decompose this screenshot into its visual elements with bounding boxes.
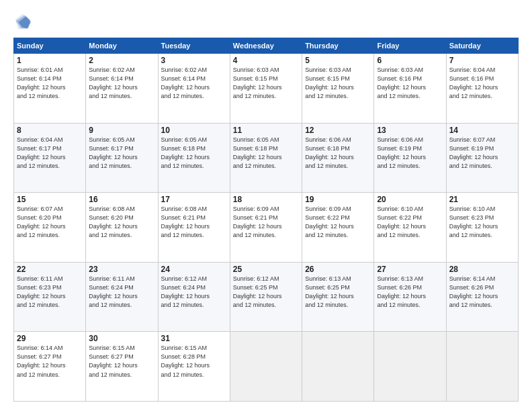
day-number: 13 (377, 126, 443, 135)
calendar-cell: 28Sunrise: 6:14 AM Sunset: 6:26 PM Dayli… (446, 262, 518, 332)
calendar-cell: 23Sunrise: 6:11 AM Sunset: 6:24 PM Dayli… (86, 262, 158, 332)
calendar-cell: 21Sunrise: 6:10 AM Sunset: 6:23 PM Dayli… (446, 193, 518, 263)
calendar-cell: 10Sunrise: 6:05 AM Sunset: 6:18 PM Dayli… (158, 123, 230, 193)
day-number: 11 (233, 126, 299, 135)
header (13, 12, 519, 31)
calendar-week-row: 29Sunrise: 6:14 AM Sunset: 6:27 PM Dayli… (14, 332, 519, 402)
day-info: Sunrise: 6:08 AM Sunset: 6:21 PM Dayligh… (161, 205, 227, 240)
calendar-header-row: SundayMondayTuesdayWednesdayThursdayFrid… (14, 38, 519, 54)
day-info: Sunrise: 6:13 AM Sunset: 6:26 PM Dayligh… (377, 275, 443, 310)
calendar-cell: 29Sunrise: 6:14 AM Sunset: 6:27 PM Dayli… (14, 332, 86, 402)
calendar-header-tuesday: Tuesday (158, 38, 230, 54)
day-number: 15 (17, 195, 83, 204)
day-number: 4 (233, 56, 299, 65)
day-info: Sunrise: 6:08 AM Sunset: 6:20 PM Dayligh… (89, 205, 154, 240)
calendar-cell: 17Sunrise: 6:08 AM Sunset: 6:21 PM Dayli… (158, 193, 230, 263)
calendar-cell: 15Sunrise: 6:07 AM Sunset: 6:20 PM Dayli… (14, 193, 86, 263)
day-number: 20 (377, 195, 443, 204)
day-info: Sunrise: 6:01 AM Sunset: 6:14 PM Dayligh… (17, 66, 83, 101)
day-info: Sunrise: 6:06 AM Sunset: 6:19 PM Dayligh… (377, 136, 443, 171)
calendar-cell (446, 332, 518, 402)
logo-icon (13, 12, 32, 31)
day-info: Sunrise: 6:15 AM Sunset: 6:28 PM Dayligh… (161, 344, 227, 379)
day-info: Sunrise: 6:05 AM Sunset: 6:17 PM Dayligh… (89, 136, 154, 171)
day-info: Sunrise: 6:05 AM Sunset: 6:18 PM Dayligh… (161, 136, 227, 171)
day-info: Sunrise: 6:03 AM Sunset: 6:16 PM Dayligh… (377, 66, 443, 101)
day-info: Sunrise: 6:03 AM Sunset: 6:15 PM Dayligh… (305, 66, 371, 101)
day-info: Sunrise: 6:02 AM Sunset: 6:14 PM Dayligh… (161, 66, 227, 101)
calendar-cell: 24Sunrise: 6:12 AM Sunset: 6:24 PM Dayli… (158, 262, 230, 332)
day-info: Sunrise: 6:09 AM Sunset: 6:22 PM Dayligh… (305, 205, 371, 240)
calendar-cell: 12Sunrise: 6:06 AM Sunset: 6:18 PM Dayli… (302, 123, 374, 193)
day-info: Sunrise: 6:02 AM Sunset: 6:14 PM Dayligh… (89, 66, 154, 101)
day-info: Sunrise: 6:11 AM Sunset: 6:23 PM Dayligh… (17, 275, 83, 310)
calendar-header-wednesday: Wednesday (230, 38, 302, 54)
day-number: 17 (161, 195, 227, 204)
calendar-cell: 27Sunrise: 6:13 AM Sunset: 6:26 PM Dayli… (374, 262, 446, 332)
day-info: Sunrise: 6:04 AM Sunset: 6:16 PM Dayligh… (449, 66, 515, 101)
calendar-header-sunday: Sunday (14, 38, 86, 54)
day-number: 25 (233, 265, 299, 274)
calendar-cell: 2Sunrise: 6:02 AM Sunset: 6:14 PM Daylig… (86, 54, 158, 124)
calendar-cell: 16Sunrise: 6:08 AM Sunset: 6:20 PM Dayli… (86, 193, 158, 263)
day-number: 3 (161, 56, 227, 65)
day-number: 21 (449, 195, 515, 204)
day-info: Sunrise: 6:07 AM Sunset: 6:19 PM Dayligh… (449, 136, 515, 171)
day-number: 9 (89, 126, 154, 135)
day-number: 12 (305, 126, 371, 135)
calendar-week-row: 15Sunrise: 6:07 AM Sunset: 6:20 PM Dayli… (14, 193, 519, 263)
day-number: 14 (449, 126, 515, 135)
day-number: 27 (377, 265, 443, 274)
day-number: 30 (89, 334, 154, 343)
day-info: Sunrise: 6:03 AM Sunset: 6:15 PM Dayligh… (233, 66, 299, 101)
calendar-week-row: 1Sunrise: 6:01 AM Sunset: 6:14 PM Daylig… (14, 54, 519, 124)
day-info: Sunrise: 6:07 AM Sunset: 6:20 PM Dayligh… (17, 205, 83, 240)
day-info: Sunrise: 6:15 AM Sunset: 6:27 PM Dayligh… (89, 344, 154, 379)
day-info: Sunrise: 6:14 AM Sunset: 6:27 PM Dayligh… (17, 344, 83, 379)
day-number: 1 (17, 56, 83, 65)
calendar-cell: 5Sunrise: 6:03 AM Sunset: 6:15 PM Daylig… (302, 54, 374, 124)
calendar-cell (374, 332, 446, 402)
day-number: 26 (305, 265, 371, 274)
day-number: 7 (449, 56, 515, 65)
day-info: Sunrise: 6:04 AM Sunset: 6:17 PM Dayligh… (17, 136, 83, 171)
day-number: 18 (233, 195, 299, 204)
calendar-cell: 22Sunrise: 6:11 AM Sunset: 6:23 PM Dayli… (14, 262, 86, 332)
calendar-cell: 3Sunrise: 6:02 AM Sunset: 6:14 PM Daylig… (158, 54, 230, 124)
calendar-cell: 26Sunrise: 6:13 AM Sunset: 6:25 PM Dayli… (302, 262, 374, 332)
day-number: 29 (17, 334, 83, 343)
day-info: Sunrise: 6:14 AM Sunset: 6:26 PM Dayligh… (449, 275, 515, 310)
day-number: 22 (17, 265, 83, 274)
day-number: 28 (449, 265, 515, 274)
calendar-cell: 19Sunrise: 6:09 AM Sunset: 6:22 PM Dayli… (302, 193, 374, 263)
calendar-cell: 30Sunrise: 6:15 AM Sunset: 6:27 PM Dayli… (86, 332, 158, 402)
calendar-header-friday: Friday (374, 38, 446, 54)
day-info: Sunrise: 6:12 AM Sunset: 6:25 PM Dayligh… (233, 275, 299, 310)
calendar-cell: 6Sunrise: 6:03 AM Sunset: 6:16 PM Daylig… (374, 54, 446, 124)
day-number: 24 (161, 265, 227, 274)
day-number: 31 (161, 334, 227, 343)
day-info: Sunrise: 6:10 AM Sunset: 6:23 PM Dayligh… (449, 205, 515, 240)
calendar-cell: 20Sunrise: 6:10 AM Sunset: 6:22 PM Dayli… (374, 193, 446, 263)
day-number: 6 (377, 56, 443, 65)
calendar-cell: 13Sunrise: 6:06 AM Sunset: 6:19 PM Dayli… (374, 123, 446, 193)
calendar-cell: 31Sunrise: 6:15 AM Sunset: 6:28 PM Dayli… (158, 332, 230, 402)
calendar-cell: 9Sunrise: 6:05 AM Sunset: 6:17 PM Daylig… (86, 123, 158, 193)
day-number: 5 (305, 56, 371, 65)
day-info: Sunrise: 6:13 AM Sunset: 6:25 PM Dayligh… (305, 275, 371, 310)
calendar-cell (230, 332, 302, 402)
calendar-week-row: 8Sunrise: 6:04 AM Sunset: 6:17 PM Daylig… (14, 123, 519, 193)
calendar-header-thursday: Thursday (302, 38, 374, 54)
day-number: 23 (89, 265, 154, 274)
calendar-header-monday: Monday (86, 38, 158, 54)
calendar-cell: 1Sunrise: 6:01 AM Sunset: 6:14 PM Daylig… (14, 54, 86, 124)
day-number: 16 (89, 195, 154, 204)
calendar-cell: 18Sunrise: 6:09 AM Sunset: 6:21 PM Dayli… (230, 193, 302, 263)
calendar-header-saturday: Saturday (446, 38, 518, 54)
calendar: SundayMondayTuesdayWednesdayThursdayFrid… (13, 38, 519, 402)
calendar-week-row: 22Sunrise: 6:11 AM Sunset: 6:23 PM Dayli… (14, 262, 519, 332)
page: SundayMondayTuesdayWednesdayThursdayFrid… (0, 0, 532, 411)
calendar-cell (302, 332, 374, 402)
day-info: Sunrise: 6:12 AM Sunset: 6:24 PM Dayligh… (161, 275, 227, 310)
day-info: Sunrise: 6:10 AM Sunset: 6:22 PM Dayligh… (377, 205, 443, 240)
